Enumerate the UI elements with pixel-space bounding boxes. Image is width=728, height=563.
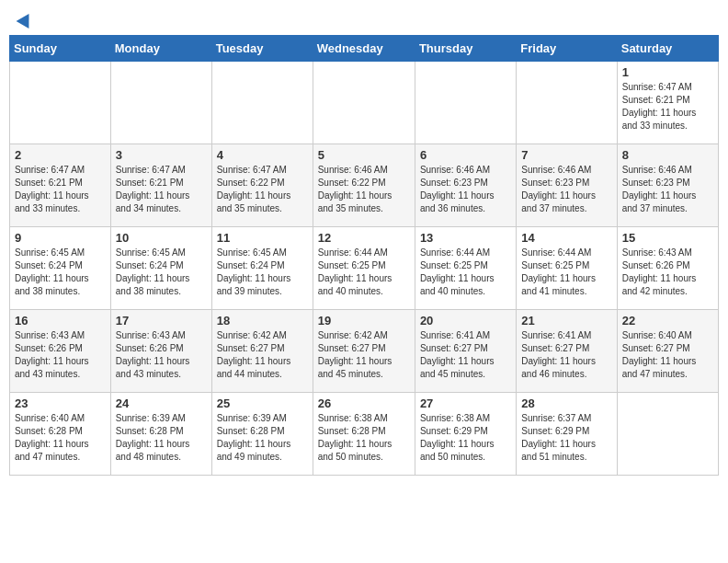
day-number: 16	[15, 314, 106, 327]
day-number: 6	[420, 148, 511, 162]
calendar-cell: 28Sunrise: 6:37 AM Sunset: 6:29 PM Dayli…	[517, 393, 617, 476]
day-number: 24	[116, 396, 207, 410]
day-info: Sunrise: 6:42 AM Sunset: 6:27 PM Dayligh…	[318, 329, 410, 381]
day-number: 27	[420, 396, 511, 410]
weekday-header-monday: Monday	[110, 36, 211, 62]
day-info: Sunrise: 6:41 AM Sunset: 6:27 PM Dayligh…	[521, 329, 611, 381]
calendar-cell: 7Sunrise: 6:46 AM Sunset: 6:23 PM Daylig…	[517, 144, 617, 227]
day-info: Sunrise: 6:40 AM Sunset: 6:28 PM Dayligh…	[15, 412, 106, 464]
day-info: Sunrise: 6:41 AM Sunset: 6:27 PM Dayligh…	[420, 329, 511, 381]
day-number: 3	[116, 148, 207, 162]
calendar-cell: 15Sunrise: 6:43 AM Sunset: 6:26 PM Dayli…	[617, 227, 718, 310]
calendar-cell: 8Sunrise: 6:46 AM Sunset: 6:23 PM Daylig…	[617, 144, 718, 227]
calendar-cell: 5Sunrise: 6:46 AM Sunset: 6:22 PM Daylig…	[313, 144, 415, 227]
calendar-cell: 3Sunrise: 6:47 AM Sunset: 6:21 PM Daylig…	[110, 144, 211, 227]
calendar-cell: 9Sunrise: 6:45 AM Sunset: 6:24 PM Daylig…	[10, 227, 111, 310]
calendar-cell: 24Sunrise: 6:39 AM Sunset: 6:28 PM Dayli…	[110, 393, 211, 476]
day-number: 21	[521, 314, 611, 327]
day-info: Sunrise: 6:47 AM Sunset: 6:21 PM Dayligh…	[622, 81, 713, 132]
day-number: 8	[622, 148, 713, 162]
calendar-cell	[211, 62, 313, 144]
calendar-cell: 19Sunrise: 6:42 AM Sunset: 6:27 PM Dayli…	[313, 310, 415, 393]
day-info: Sunrise: 6:42 AM Sunset: 6:27 PM Dayligh…	[217, 329, 308, 381]
day-number: 10	[116, 231, 207, 245]
day-number: 15	[622, 231, 713, 245]
calendar-cell: 23Sunrise: 6:40 AM Sunset: 6:28 PM Dayli…	[10, 393, 111, 476]
day-number: 7	[521, 148, 611, 162]
day-number: 13	[420, 231, 511, 245]
day-number: 28	[521, 396, 611, 410]
calendar-cell: 1Sunrise: 6:47 AM Sunset: 6:21 PM Daylig…	[617, 62, 718, 144]
day-number: 9	[15, 231, 106, 245]
day-info: Sunrise: 6:47 AM Sunset: 6:21 PM Dayligh…	[116, 164, 207, 215]
day-info: Sunrise: 6:45 AM Sunset: 6:24 PM Dayligh…	[217, 247, 308, 298]
day-info: Sunrise: 6:44 AM Sunset: 6:25 PM Dayligh…	[521, 247, 611, 298]
day-info: Sunrise: 6:39 AM Sunset: 6:28 PM Dayligh…	[116, 412, 207, 464]
calendar-cell: 6Sunrise: 6:46 AM Sunset: 6:23 PM Daylig…	[415, 144, 516, 227]
day-number: 1	[622, 65, 713, 79]
weekday-header-row: SundayMondayTuesdayWednesdayThursdayFrid…	[10, 36, 719, 62]
calendar-week-row: 16Sunrise: 6:43 AM Sunset: 6:26 PM Dayli…	[10, 310, 719, 393]
day-number: 25	[217, 396, 308, 410]
logo-triangle-icon	[17, 10, 36, 29]
calendar-cell	[415, 62, 516, 144]
day-info: Sunrise: 6:43 AM Sunset: 6:26 PM Dayligh…	[15, 329, 106, 381]
day-info: Sunrise: 6:46 AM Sunset: 6:23 PM Dayligh…	[521, 164, 611, 215]
calendar-cell: 26Sunrise: 6:38 AM Sunset: 6:28 PM Dayli…	[313, 393, 415, 476]
calendar-cell	[110, 62, 211, 144]
calendar-cell: 25Sunrise: 6:39 AM Sunset: 6:28 PM Dayli…	[211, 393, 313, 476]
weekday-header-saturday: Saturday	[617, 36, 718, 62]
day-number: 23	[15, 396, 106, 410]
calendar-cell: 2Sunrise: 6:47 AM Sunset: 6:21 PM Daylig…	[10, 144, 111, 227]
day-info: Sunrise: 6:44 AM Sunset: 6:25 PM Dayligh…	[318, 247, 410, 298]
day-number: 2	[15, 148, 106, 162]
day-info: Sunrise: 6:47 AM Sunset: 6:22 PM Dayligh…	[217, 164, 308, 215]
day-number: 19	[318, 314, 410, 327]
day-info: Sunrise: 6:46 AM Sunset: 6:23 PM Dayligh…	[420, 164, 511, 215]
day-number: 22	[622, 314, 713, 327]
day-number: 26	[318, 396, 410, 410]
calendar-table: SundayMondayTuesdayWednesdayThursdayFrid…	[9, 35, 719, 476]
day-number: 12	[318, 231, 410, 245]
day-number: 20	[420, 314, 511, 327]
calendar-week-row: 1Sunrise: 6:47 AM Sunset: 6:21 PM Daylig…	[10, 62, 719, 144]
day-number: 4	[217, 148, 308, 162]
day-info: Sunrise: 6:43 AM Sunset: 6:26 PM Dayligh…	[116, 329, 207, 381]
day-info: Sunrise: 6:47 AM Sunset: 6:21 PM Dayligh…	[15, 164, 106, 215]
calendar-cell: 14Sunrise: 6:44 AM Sunset: 6:25 PM Dayli…	[517, 227, 617, 310]
calendar-cell: 4Sunrise: 6:47 AM Sunset: 6:22 PM Daylig…	[211, 144, 313, 227]
calendar-cell: 13Sunrise: 6:44 AM Sunset: 6:25 PM Dayli…	[415, 227, 516, 310]
calendar-week-row: 9Sunrise: 6:45 AM Sunset: 6:24 PM Daylig…	[10, 227, 719, 310]
weekday-header-wednesday: Wednesday	[313, 36, 415, 62]
day-info: Sunrise: 6:45 AM Sunset: 6:24 PM Dayligh…	[116, 247, 207, 298]
day-info: Sunrise: 6:44 AM Sunset: 6:25 PM Dayligh…	[420, 247, 511, 298]
day-info: Sunrise: 6:40 AM Sunset: 6:27 PM Dayligh…	[622, 329, 713, 381]
calendar-cell: 17Sunrise: 6:43 AM Sunset: 6:26 PM Dayli…	[110, 310, 211, 393]
calendar-cell: 12Sunrise: 6:44 AM Sunset: 6:25 PM Dayli…	[313, 227, 415, 310]
logo	[17, 13, 33, 26]
day-info: Sunrise: 6:46 AM Sunset: 6:22 PM Dayligh…	[318, 164, 410, 215]
page-header	[9, 9, 719, 29]
day-number: 18	[217, 314, 308, 327]
day-info: Sunrise: 6:37 AM Sunset: 6:29 PM Dayligh…	[521, 412, 611, 464]
day-info: Sunrise: 6:46 AM Sunset: 6:23 PM Dayligh…	[622, 164, 713, 215]
calendar-cell	[313, 62, 415, 144]
day-number: 14	[521, 231, 611, 245]
calendar-cell: 10Sunrise: 6:45 AM Sunset: 6:24 PM Dayli…	[110, 227, 211, 310]
day-number: 17	[116, 314, 207, 327]
calendar-cell	[10, 62, 111, 144]
day-number: 5	[318, 148, 410, 162]
weekday-header-tuesday: Tuesday	[211, 36, 313, 62]
calendar-cell: 21Sunrise: 6:41 AM Sunset: 6:27 PM Dayli…	[517, 310, 617, 393]
calendar-cell: 20Sunrise: 6:41 AM Sunset: 6:27 PM Dayli…	[415, 310, 516, 393]
day-info: Sunrise: 6:38 AM Sunset: 6:29 PM Dayligh…	[420, 412, 511, 464]
calendar-week-row: 2Sunrise: 6:47 AM Sunset: 6:21 PM Daylig…	[10, 144, 719, 227]
weekday-header-friday: Friday	[517, 36, 617, 62]
weekday-header-thursday: Thursday	[415, 36, 516, 62]
day-info: Sunrise: 6:43 AM Sunset: 6:26 PM Dayligh…	[622, 247, 713, 298]
day-info: Sunrise: 6:39 AM Sunset: 6:28 PM Dayligh…	[217, 412, 308, 464]
calendar-cell: 16Sunrise: 6:43 AM Sunset: 6:26 PM Dayli…	[10, 310, 111, 393]
day-info: Sunrise: 6:45 AM Sunset: 6:24 PM Dayligh…	[15, 247, 106, 298]
day-info: Sunrise: 6:38 AM Sunset: 6:28 PM Dayligh…	[318, 412, 410, 464]
calendar-cell	[617, 393, 718, 476]
